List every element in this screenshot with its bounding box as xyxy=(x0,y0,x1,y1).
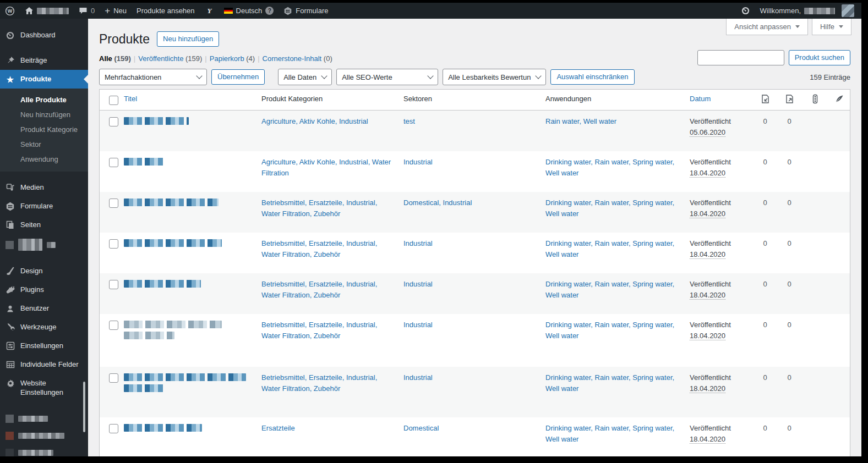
column-header-titel[interactable]: Titel xyxy=(119,90,257,108)
sidebar-item-beitraege[interactable]: Beiträge xyxy=(0,51,88,70)
row-checkbox[interactable] xyxy=(109,117,118,126)
product-applications-links[interactable]: Drinking water, Rain water, Spring water… xyxy=(541,151,685,184)
screen-options-tab[interactable]: Ansicht anpassen xyxy=(726,19,808,35)
select-all-checkbox[interactable] xyxy=(109,96,118,105)
row-checkbox[interactable] xyxy=(109,321,118,330)
readability-filter-select[interactable]: Alle Lesbarkeits Bewertun xyxy=(443,69,546,85)
product-categories-links[interactable]: Betriebsmittel, Ersatzteile, Industrial,… xyxy=(257,273,399,306)
product-applications-links[interactable]: Drinking water, Rain water, Spring water… xyxy=(541,417,685,450)
product-title-redacted[interactable] xyxy=(119,151,257,174)
row-checkbox[interactable] xyxy=(109,199,118,208)
product-applications-links[interactable]: Drinking water, Rain water, Spring water… xyxy=(541,192,685,225)
product-categories-links[interactable]: Betriebsmittel, Ersatzteile, Industrial,… xyxy=(257,192,399,225)
product-title-redacted[interactable] xyxy=(119,314,257,348)
product-sectors-links[interactable]: Industrial xyxy=(399,314,541,336)
forms-menu-item[interactable]: Formulare xyxy=(279,3,333,19)
product-sectors-links[interactable]: Domestical xyxy=(399,417,541,439)
search-input[interactable] xyxy=(697,50,784,65)
product-sectors-links[interactable]: Industrial xyxy=(399,233,541,255)
sidebar-item-individuelle-felder[interactable]: Individuelle Felder xyxy=(0,355,88,374)
product-categories-links[interactable]: Agriculture, Aktiv Kohle, Industrial xyxy=(257,111,399,133)
view-all-link[interactable]: Alle (159) xyxy=(99,54,131,63)
wordpress-logo-icon[interactable]: W xyxy=(0,3,20,19)
column-header-datum[interactable]: Datum xyxy=(685,90,753,108)
product-title-redacted[interactable] xyxy=(119,417,257,440)
product-sectors-links[interactable]: test xyxy=(399,111,541,133)
submenu-produkt-kategorie[interactable]: Produkt Kategorie xyxy=(0,122,88,137)
seo-gauge-icon[interactable] xyxy=(736,3,755,19)
date-filter-select[interactable]: Alle Daten xyxy=(278,69,332,85)
row-checkbox[interactable] xyxy=(109,158,118,167)
product-sectors-links[interactable]: Industrial xyxy=(399,273,541,295)
product-categories-links[interactable]: Betriebsmittel, Ersatzteile, Industrial,… xyxy=(257,233,399,266)
product-title-redacted[interactable] xyxy=(119,192,257,215)
sidebar-item-redacted[interactable] xyxy=(0,234,88,255)
account-menu-item[interactable]: Willkommen, xyxy=(755,3,859,19)
sidebar-item-redacted[interactable] xyxy=(0,410,88,427)
sidebar-item-dashboard[interactable]: Dashboard xyxy=(0,26,88,45)
comments-menu-item[interactable]: 0 xyxy=(74,3,100,19)
date-cell: Veröffentlicht18.04.2020 xyxy=(685,314,753,347)
sidebar-scrollbar[interactable] xyxy=(83,382,85,432)
product-sectors-links[interactable]: Domestical, Industrial xyxy=(399,192,541,214)
product-categories-links[interactable]: Ersatzteile xyxy=(257,417,399,439)
row-checkbox[interactable] xyxy=(109,373,118,383)
submenu-sektor[interactable]: Sektor xyxy=(0,137,88,152)
plug-icon xyxy=(5,285,15,295)
chevron-down-icon xyxy=(795,25,800,28)
readability-score-cell xyxy=(829,192,850,203)
view-published-link[interactable]: Veröffentlichte (159) xyxy=(138,54,202,63)
sidebar-item-einstellungen[interactable]: Einstellungen xyxy=(0,337,88,355)
submenu-neu-hinzufuegen[interactable]: Neu hinzufügen xyxy=(0,107,88,122)
sidebar-item-design[interactable]: Design xyxy=(0,262,88,280)
apply-button[interactable]: Übernehmen xyxy=(211,69,265,85)
sidebar-item-medien[interactable]: Medien xyxy=(0,178,88,197)
row-checkbox[interactable] xyxy=(109,239,118,249)
limit-selection-button[interactable]: Auswahl einschränken xyxy=(550,69,634,85)
sidebar-item-formulare[interactable]: Formulare xyxy=(0,197,88,216)
view-trash-link[interactable]: Papierkorb (4) xyxy=(210,54,255,63)
product-categories-links[interactable]: Betriebsmittel, Ersatzteile, Industrial,… xyxy=(257,314,399,347)
column-header-anwendungen: Anwendungen xyxy=(541,90,685,108)
product-applications-links[interactable]: Drinking water, Rain water, Spring water… xyxy=(541,273,685,306)
date-cell: Veröffentlicht18.04.2020 xyxy=(685,151,753,184)
product-categories-links[interactable]: Agriculture, Aktiv Kohle, Industrial, Wa… xyxy=(257,151,399,184)
product-title-redacted[interactable] xyxy=(119,111,257,134)
sidebar-item-website-einstellungen[interactable]: Website Einstellungen xyxy=(0,374,88,401)
sidebar-item-plugins[interactable]: Plugins xyxy=(0,280,88,299)
bulk-actions-select[interactable]: Mehrfachaktionen xyxy=(99,69,207,85)
sidebar-item-seiten[interactable]: Seiten xyxy=(0,216,88,234)
product-title-redacted[interactable] xyxy=(119,273,257,296)
product-categories-links[interactable]: Betriebsmittel, Ersatzteile, Industrial,… xyxy=(257,367,399,400)
new-content-menu-item[interactable]: + Neu xyxy=(100,3,132,19)
site-menu-item[interactable] xyxy=(20,3,74,19)
outgoing-links-count: 0 xyxy=(777,273,801,295)
add-new-button[interactable]: Neu hinzufügen xyxy=(157,31,219,47)
product-title-redacted[interactable] xyxy=(119,233,257,256)
row-checkbox[interactable] xyxy=(109,280,118,289)
view-cornerstone-link[interactable]: Cornerstone-Inhalt (0) xyxy=(263,54,332,63)
search-button[interactable]: Produkt suchen xyxy=(789,50,850,65)
sidebar-item-redacted[interactable] xyxy=(0,427,88,444)
sidebar-item-benutzer[interactable]: Benutzer xyxy=(0,299,88,318)
product-title-redacted[interactable] xyxy=(119,367,257,401)
product-applications-links[interactable]: Drinking water, Rain water, Spring water… xyxy=(541,233,685,266)
product-applications-links[interactable]: Rain water, Well water xyxy=(541,111,685,133)
yoast-seo-icon[interactable]: Y xyxy=(200,3,219,19)
seo-score-cell xyxy=(801,314,829,325)
product-sectors-links[interactable]: Industrial xyxy=(399,367,541,389)
sidebar-item-redacted[interactable] xyxy=(0,444,88,456)
submenu-anwendung[interactable]: Anwendung xyxy=(0,152,88,167)
language-menu-item[interactable]: Deutsch ? xyxy=(219,3,279,19)
product-sectors-links[interactable]: Industrial xyxy=(399,151,541,173)
product-applications-links[interactable]: Drinking water, Rain water, Spring water… xyxy=(541,367,685,400)
product-applications-links[interactable]: Drinking water, Rain water, Spring water… xyxy=(541,314,685,347)
view-products-menu-item[interactable]: Produkte ansehen xyxy=(132,3,200,19)
sidebar-item-produkte[interactable]: ★ Produkte xyxy=(0,70,88,89)
plus-icon: + xyxy=(105,7,110,15)
submenu-alle-produkte[interactable]: Alle Produkte xyxy=(0,92,88,107)
seo-filter-select[interactable]: Alle SEO-Werte xyxy=(336,69,438,85)
sidebar-item-werkzeuge[interactable]: Werkzeuge xyxy=(0,318,88,337)
row-checkbox[interactable] xyxy=(109,424,118,433)
help-tab[interactable]: Hilfe xyxy=(812,19,851,35)
